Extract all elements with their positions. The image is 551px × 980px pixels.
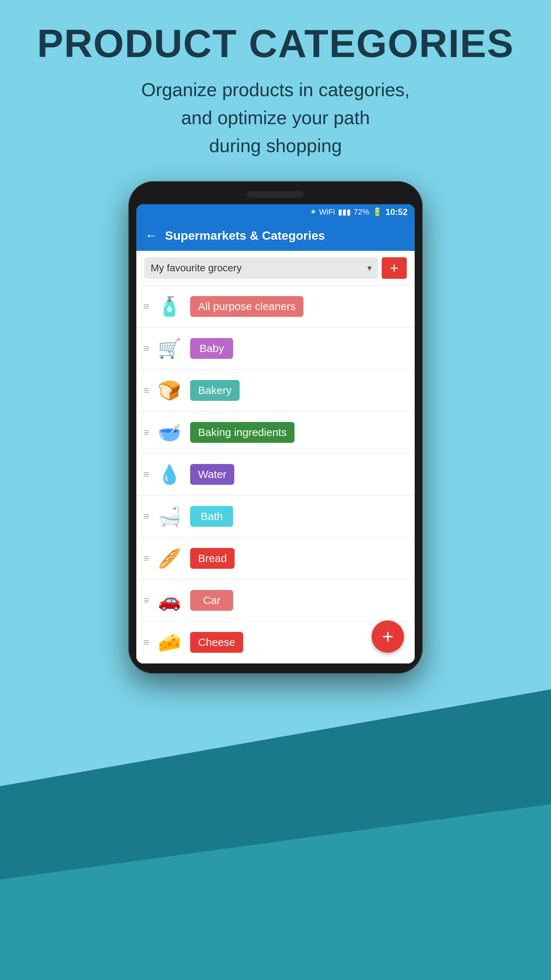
category-icon-bread: 🥖: [155, 544, 184, 573]
drag-handle-icon: ≡: [143, 511, 149, 522]
category-icon-bakery: 🍞: [155, 376, 184, 405]
drag-handle-icon: ≡: [143, 344, 149, 353]
app-bar-title: Supermarkets & Categories: [165, 229, 325, 243]
category-badge-water: Water: [190, 464, 234, 485]
phone-mockup: ✶ WiFi ▮▮▮ 72% 🔋 10:52 ← Supermarkets & …: [129, 181, 422, 673]
status-bar: ✶ WiFi ▮▮▮ 72% 🔋 10:52: [136, 204, 415, 220]
drag-handle-icon: ≡: [143, 469, 149, 479]
list-item[interactable]: ≡ 🧴 All purpose cleaners: [136, 286, 415, 328]
list-item[interactable]: ≡ 💧 Water: [136, 453, 415, 496]
list-item[interactable]: ≡ 🛒 Baby: [136, 328, 415, 370]
category-icon-baby: 🛒: [155, 334, 184, 363]
category-badge-cheese: Cheese: [190, 632, 243, 653]
category-badge-baking: Baking ingredients: [190, 422, 294, 443]
category-icon-cleaners: 🧴: [155, 292, 184, 321]
battery-icon: 🔋: [372, 207, 382, 217]
phone-screen: ✶ WiFi ▮▮▮ 72% 🔋 10:52 ← Supermarkets & …: [136, 204, 415, 663]
page-subtitle: Organize products in categories,and opti…: [29, 76, 522, 160]
category-badge-bath: Bath: [190, 506, 233, 527]
store-dropdown[interactable]: My favourite grocery ▾: [144, 257, 378, 279]
category-badge-car: Car: [190, 590, 233, 611]
list-item[interactable]: ≡ 🛁 Bath: [136, 496, 415, 538]
drag-handle-icon: ≡: [143, 553, 149, 563]
signal-icon: ▮▮▮: [338, 207, 351, 217]
store-name: My favourite grocery: [151, 262, 242, 274]
category-badge-cleaners: All purpose cleaners: [190, 296, 303, 317]
fab-add-button[interactable]: +: [372, 620, 404, 653]
wifi-icon: WiFi: [319, 207, 335, 217]
category-icon-baking: 🥣: [155, 418, 184, 447]
app-bar: ← Supermarkets & Categories: [136, 220, 415, 251]
page-title: PRODUCT CATEGORIES: [29, 22, 522, 65]
category-badge-bread: Bread: [190, 548, 235, 569]
drag-handle-icon: ≡: [143, 301, 149, 312]
category-badge-bakery: Bakery: [190, 380, 239, 401]
phone-speaker: [247, 191, 304, 198]
drag-handle-icon: ≡: [143, 385, 149, 395]
back-button[interactable]: ←: [145, 228, 158, 243]
phone-outer: ✶ WiFi ▮▮▮ 72% 🔋 10:52 ← Supermarkets & …: [129, 181, 422, 673]
list-item[interactable]: ≡ 🥣 Baking ingredients: [136, 412, 415, 453]
battery-text: 72%: [354, 207, 370, 217]
list-item[interactable]: ≡ 🚗 Car: [136, 579, 415, 622]
list-item[interactable]: ≡ 🥖 Bread: [136, 538, 415, 579]
category-icon-cheese: 🧀: [155, 628, 184, 657]
category-icon-car: 🚗: [155, 586, 184, 615]
list-item[interactable]: ≡ 🍞 Bakery: [136, 370, 415, 412]
category-badge-baby: Baby: [190, 338, 233, 359]
store-selector: My favourite grocery ▾ +: [136, 251, 415, 286]
category-list: ≡ 🧴 All purpose cleaners ≡ 🛒 Baby ≡ 🍞: [136, 286, 415, 663]
drag-handle-icon: ≡: [143, 427, 149, 438]
drag-handle-icon: ≡: [143, 595, 149, 605]
status-icons: ✶ WiFi ▮▮▮ 72% 🔋: [310, 207, 382, 217]
status-time: 10:52: [386, 207, 408, 217]
dropdown-arrow-icon: ▾: [367, 263, 372, 273]
header-section: PRODUCT CATEGORIES Organize products in …: [0, 0, 551, 174]
bluetooth-icon: ✶: [310, 207, 316, 217]
category-icon-bath: 🛁: [155, 502, 184, 531]
category-icon-water: 💧: [155, 460, 184, 489]
screen-content: ≡ 🧴 All purpose cleaners ≡ 🛒 Baby ≡ 🍞: [136, 286, 415, 663]
drag-handle-icon: ≡: [143, 637, 149, 648]
add-store-button[interactable]: +: [382, 257, 407, 279]
